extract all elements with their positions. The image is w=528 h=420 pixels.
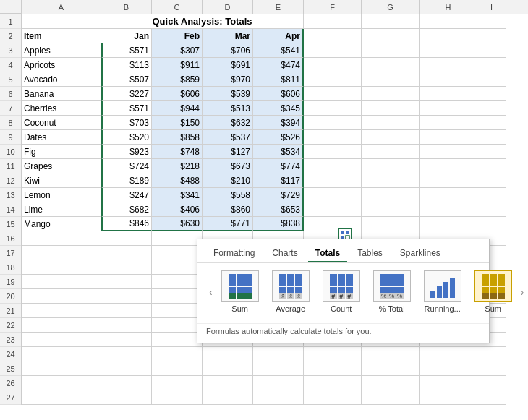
cell-26-B[interactable] — [101, 376, 152, 390]
cell-3-G[interactable] — [362, 43, 420, 58]
cell-11-G[interactable] — [362, 159, 420, 173]
cell-15-A[interactable]: Mango — [22, 217, 101, 231]
cell-11-F[interactable] — [304, 159, 362, 173]
qa-item-pct-total[interactable]: % % % % Total — [369, 270, 415, 313]
cell-25-H[interactable] — [420, 361, 477, 376]
cell-7-B[interactable]: $571 — [101, 101, 152, 116]
cell-3-I[interactable] — [477, 43, 506, 58]
cell-9-I[interactable] — [477, 130, 506, 145]
cell-12-B[interactable]: $189 — [101, 173, 152, 188]
cell-10-E[interactable]: $534 — [253, 145, 304, 159]
cell-20-B[interactable] — [101, 289, 152, 304]
cell-6-A[interactable]: Banana — [22, 87, 101, 101]
cell-14-I[interactable] — [477, 202, 506, 217]
cell-21-B[interactable] — [101, 304, 152, 318]
cell-18-B[interactable] — [101, 260, 152, 275]
cell-7-F[interactable] — [304, 101, 362, 116]
cell-8-E[interactable]: $394 — [253, 116, 304, 130]
cell-5-A[interactable]: Avocado — [22, 72, 101, 87]
cell-12-F[interactable] — [304, 173, 362, 188]
cell-13-B[interactable]: $247 — [101, 188, 152, 202]
cell-12-D[interactable]: $210 — [203, 173, 253, 188]
cell-23-B[interactable] — [101, 333, 152, 347]
cell-5-E[interactable]: $811 — [253, 72, 304, 87]
cell-25-F[interactable] — [304, 361, 362, 376]
cell-27-F[interactable] — [304, 390, 362, 405]
cell-1-F[interactable] — [304, 14, 362, 29]
cell-27-C[interactable] — [152, 390, 203, 405]
cell-11-B[interactable]: $724 — [101, 159, 152, 173]
cell-8-F[interactable] — [304, 116, 362, 130]
cell-26-G[interactable] — [362, 376, 420, 390]
cell-3-D[interactable]: $706 — [203, 43, 253, 58]
cell-26-E[interactable] — [253, 376, 304, 390]
cell-14-C[interactable]: $406 — [152, 202, 203, 217]
cell-13-C[interactable]: $341 — [152, 188, 203, 202]
cell-2-I[interactable] — [477, 29, 506, 43]
cell-24-A[interactable] — [22, 347, 101, 361]
cell-27-G[interactable] — [362, 390, 420, 405]
cell-26-D[interactable] — [203, 376, 253, 390]
cell-9-C[interactable]: $858 — [152, 130, 203, 145]
cell-8-D[interactable]: $632 — [203, 116, 253, 130]
cell-13-H[interactable] — [420, 188, 477, 202]
cell-2-D[interactable]: Mar — [203, 29, 253, 43]
cell-9-A[interactable]: Dates — [22, 130, 101, 145]
cell-4-G[interactable] — [362, 58, 420, 72]
cell-27-B[interactable] — [101, 390, 152, 405]
cell-22-B[interactable] — [101, 318, 152, 333]
cell-24-F[interactable] — [304, 347, 362, 361]
cell-10-G[interactable] — [362, 145, 420, 159]
qa-tab-charts[interactable]: Charts — [265, 245, 305, 262]
cell-3-A[interactable]: Apples — [22, 43, 101, 58]
cell-24-I[interactable] — [477, 347, 506, 361]
cell-8-A[interactable]: Coconut — [22, 116, 101, 130]
cell-6-F[interactable] — [304, 87, 362, 101]
cell-9-H[interactable] — [420, 130, 477, 145]
cell-4-A[interactable]: Apricots — [22, 58, 101, 72]
cell-7-I[interactable] — [477, 101, 506, 116]
cell-14-H[interactable] — [420, 202, 477, 217]
cell-16-B[interactable] — [101, 231, 152, 246]
cell-7-E[interactable]: $345 — [253, 101, 304, 116]
cell-22-C[interactable] — [152, 318, 203, 333]
cell-2-A[interactable]: Item — [22, 29, 101, 43]
cell-14-E[interactable]: $653 — [253, 202, 304, 217]
cell-18-C[interactable] — [152, 260, 203, 275]
cell-1-H[interactable] — [420, 14, 477, 29]
cell-9-B[interactable]: $520 — [101, 130, 152, 145]
cell-2-F[interactable] — [304, 29, 362, 43]
cell-11-A[interactable]: Grapes — [22, 159, 101, 173]
cell-2-E[interactable]: Apr — [253, 29, 304, 43]
cell-8-B[interactable]: $703 — [101, 116, 152, 130]
qa-item-sum2[interactable]: Sum — [470, 270, 516, 313]
cell-27-D[interactable] — [203, 390, 253, 405]
cell-6-B[interactable]: $227 — [101, 87, 152, 101]
cell-15-I[interactable] — [477, 217, 506, 231]
cell-9-F[interactable] — [304, 130, 362, 145]
cell-4-F[interactable] — [304, 58, 362, 72]
cell-27-E[interactable] — [253, 390, 304, 405]
cell-27-H[interactable] — [420, 390, 477, 405]
cell-12-G[interactable] — [362, 173, 420, 188]
cell-24-E[interactable] — [253, 347, 304, 361]
cell-12-E[interactable]: $117 — [253, 173, 304, 188]
cell-4-D[interactable]: $691 — [203, 58, 253, 72]
cell-9-G[interactable] — [362, 130, 420, 145]
cell-4-I[interactable] — [477, 58, 506, 72]
cell-3-H[interactable] — [420, 43, 477, 58]
cell-12-H[interactable] — [420, 173, 477, 188]
cell-12-C[interactable]: $488 — [152, 173, 203, 188]
cell-2-G[interactable] — [362, 29, 420, 43]
cell-6-C[interactable]: $606 — [152, 87, 203, 101]
cell-17-B[interactable] — [101, 246, 152, 260]
qa-tab-totals[interactable]: Totals — [308, 245, 347, 262]
cell-5-C[interactable]: $859 — [152, 72, 203, 87]
cell-7-H[interactable] — [420, 101, 477, 116]
cell-4-E[interactable]: $474 — [253, 58, 304, 72]
cell-11-E[interactable]: $774 — [253, 159, 304, 173]
cell-24-G[interactable] — [362, 347, 420, 361]
cell-17-A[interactable] — [22, 246, 101, 260]
cell-26-A[interactable] — [22, 376, 101, 390]
cell-23-A[interactable] — [22, 333, 101, 347]
